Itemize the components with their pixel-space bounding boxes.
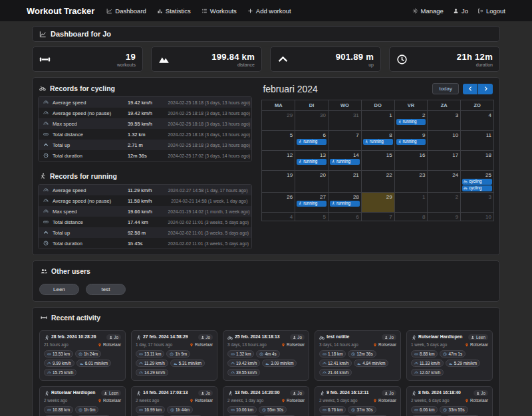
user-button-leen[interactable]: Leen	[39, 284, 79, 295]
activity-user-name: Jo	[389, 391, 394, 395]
calendar-today-button[interactable]: today	[432, 83, 459, 94]
calendar-day-number: 10	[462, 213, 493, 220]
card-title-row: Rotselaar HardlopenLeen	[411, 334, 488, 340]
calendar-event-label: cycling	[469, 186, 481, 191]
nav-item-statistics[interactable]: Statistics	[157, 7, 191, 15]
user-button-test[interactable]: test	[86, 284, 126, 295]
record-row: Total up92.58 m2024-02-02 11:01 (3 weeks…	[39, 227, 251, 238]
ruler-icon	[231, 408, 235, 412]
clock-icon	[78, 352, 82, 356]
calendar-event[interactable]: running	[330, 159, 360, 165]
other-users-section: Other users Leentest	[32, 260, 500, 302]
activity-location-name: Rotselaar	[287, 342, 305, 347]
activity-card[interactable]: 25 feb. 2024 18:18:13Jo3 days, 13 hours …	[223, 330, 309, 381]
nav-item-add-workout[interactable]: Add workout	[247, 7, 291, 15]
shoe-icon	[357, 362, 361, 365]
gauge-icon	[231, 362, 235, 365]
calendar-day-number: 11	[462, 132, 493, 138]
activity-card[interactable]: test notitieJo3 days, 14 hours agoRotsel…	[315, 330, 401, 381]
activity-user-badge[interactable]: Jo	[290, 334, 305, 340]
calendar-event[interactable]: cycling	[462, 185, 492, 191]
chip-value: 1h 24m	[84, 352, 98, 356]
activity-user-name: Jo	[114, 335, 118, 340]
calendar-event[interactable]: running	[297, 159, 327, 165]
calendar-day-number: 20	[296, 171, 327, 178]
clock-icon	[43, 153, 49, 158]
calendar-event[interactable]: running	[363, 139, 393, 145]
activity-time-ago: 21 hours ago	[44, 342, 95, 348]
other-users-title: Other users	[51, 267, 90, 275]
card-title-row: 13 feb. 2024 14:20:00Jo	[227, 390, 305, 396]
nav-item-user[interactable]: Jo	[453, 7, 468, 15]
calendar-day: 4	[262, 212, 295, 221]
chip-value: 14.29 km/h	[144, 370, 165, 375]
chevron-right-icon	[483, 86, 489, 92]
activity-stat-chip: 14.29 km/h	[136, 369, 168, 376]
chip-value: 47m 1s	[448, 352, 462, 356]
activity-user-badge[interactable]: Jo	[198, 390, 213, 396]
runner-icon	[136, 335, 141, 340]
records-panel: Records for cyclingAverage speed19.42 km…	[38, 83, 252, 161]
nav-item-logout[interactable]: Logout	[477, 7, 505, 15]
user-icon	[104, 391, 108, 395]
activity-title: Rotselaar Hardlopen	[418, 334, 466, 340]
pin-icon	[465, 399, 469, 403]
activity-user-badge[interactable]: Jo	[106, 334, 121, 340]
user-icon	[109, 336, 113, 340]
nav-item-label: Manage	[421, 7, 444, 15]
pin-icon	[281, 343, 285, 347]
calendar-event[interactable]: running	[297, 139, 327, 145]
activity-card[interactable]: 13 feb. 2024 14:20:00Jo2 weeks, 1 day ag…	[223, 386, 309, 416]
activity-stat-chip: 5.31 min/km	[170, 360, 205, 367]
nav-item-label: Workouts	[210, 7, 237, 15]
nav-item-manage[interactable]: Manage	[412, 7, 444, 15]
calendar-day-headers: MADIWODOVRZAZO	[262, 100, 494, 111]
app-title[interactable]: Workout Tracker	[27, 6, 94, 16]
activity-card[interactable]: 27 feb. 2024 14:58:29Jo1 day, 17 hours a…	[131, 330, 217, 381]
stat-value: 19	[126, 52, 136, 62]
activity-location-name: Rotselaar	[195, 398, 213, 403]
ruler-icon	[414, 408, 418, 412]
calendar-prev-button[interactable]	[463, 84, 477, 94]
activity-user-badge[interactable]: Jo	[382, 390, 396, 396]
calendar-event[interactable]: running	[396, 139, 426, 145]
calendar-day-number: 4	[263, 213, 294, 220]
record-date: 2024-02-25 17:02 (3 days, 14 hours ago)	[168, 154, 250, 158]
calendar-day-number: 6	[296, 132, 327, 138]
activity-user-badge[interactable]: Jo	[382, 334, 396, 340]
activity-stat-chip: 19.42 km/h	[227, 360, 260, 367]
calendar-event[interactable]: running	[297, 201, 327, 207]
activity-stat-chip: 39.55 km/h	[227, 369, 260, 376]
ruler-icon	[43, 132, 49, 137]
activity-card[interactable]: 9 feb. 2024 16:12:11Jo2 weeks, 5 days ag…	[315, 386, 401, 416]
activity-user-badge[interactable]: Jo	[473, 390, 488, 396]
nav-item-dashboard[interactable]: Dashboard	[106, 7, 146, 15]
activity-user-badge[interactable]: Jo	[198, 334, 213, 340]
calendar-day-number: 3	[428, 112, 460, 118]
activity-user-badge[interactable]: Leen	[101, 390, 121, 396]
calendar-day: 16	[394, 151, 428, 171]
calendar-day-number: 9	[428, 213, 460, 220]
recent-activity-section: Recent activity 28 feb. 2024 10:28:26Jo2…	[32, 307, 500, 416]
nav-item-workouts[interactable]: Workouts	[201, 7, 237, 15]
calendar-day-number: 7	[329, 132, 360, 138]
activity-card[interactable]: Rotselaar HardlopenLeen1 week, 5 days ag…	[406, 330, 493, 381]
activity-user-name: Jo	[205, 335, 210, 340]
stat-value: 21h 12m	[457, 52, 493, 62]
activity-user-badge[interactable]: Jo	[290, 390, 305, 396]
chip-value: 1h 44m	[176, 407, 190, 412]
gauge-icon	[47, 371, 51, 375]
activity-card[interactable]: 28 feb. 2024 10:28:26Jo21 hours agoRotse…	[39, 330, 126, 381]
activity-card[interactable]: 8 feb. 2024 16:18:40Jo2 weeks, 6 days ag…	[406, 386, 493, 416]
record-label: Total distance	[53, 132, 124, 138]
calendar-next-button[interactable]	[478, 84, 493, 94]
runner-icon	[398, 120, 402, 124]
calendar-event[interactable]: cycling	[462, 179, 492, 185]
activity-user-badge[interactable]: Leen	[468, 334, 488, 340]
calendar-day-number: 26	[263, 193, 294, 200]
calendar-event[interactable]: running	[396, 119, 426, 125]
calendar-event[interactable]: running	[330, 201, 360, 207]
activity-card[interactable]: Rotselaar HardlopenLeen2 weeks agoRotsel…	[39, 386, 126, 416]
activity-card[interactable]: 14 feb. 2024 17:03:13Jo2 weeks agoRotsel…	[131, 386, 217, 416]
chip-value: 12.67 km/h	[420, 370, 440, 375]
